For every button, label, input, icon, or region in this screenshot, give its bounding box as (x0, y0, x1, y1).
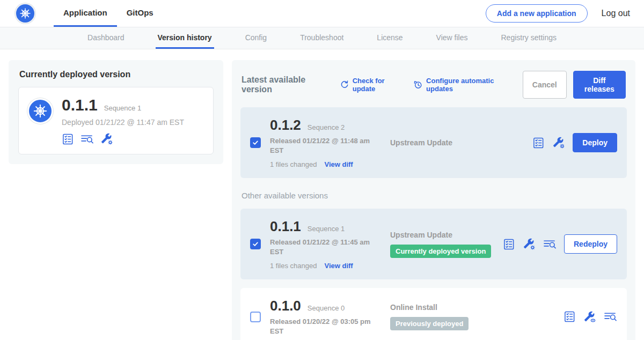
edit-config-icon[interactable] (552, 136, 565, 149)
cancel-button[interactable]: Cancel (523, 71, 567, 99)
subnav-tab-dashboard[interactable]: Dashboard (85, 27, 127, 49)
version-actions: Deploy (532, 133, 617, 152)
diff-controls: Cancel Diff releases (523, 71, 626, 99)
preflight-checks-icon[interactable] (532, 137, 545, 149)
version-number: 0.1.0 (270, 298, 301, 314)
deployed-actions (62, 132, 184, 145)
scheduled-update-icon (413, 80, 423, 90)
tab-gitops-label: GitOps (127, 8, 153, 17)
tab-application-label: Application (63, 8, 107, 17)
currently-deployed-panel: Currently deployed version 0.1.1 Sequenc… (9, 60, 223, 164)
version-source-label: Online Install (390, 303, 557, 312)
subnav-label: Config (245, 33, 267, 42)
version-select-checkbox[interactable] (250, 312, 261, 322)
version-info: 0.1.1 Sequence 1 Released 01/21/22 @ 11:… (270, 218, 380, 270)
version-row: 0.1.1 Sequence 1 Released 01/21/22 @ 11:… (240, 209, 627, 279)
version-source-block: Online Install Previously deployed (390, 303, 557, 330)
deployed-version-card: 0.1.1 Sequence 1 Deployed 01/21/22 @ 11:… (18, 87, 214, 154)
configure-automatic-updates-link[interactable]: Configure automatic updates (413, 77, 512, 93)
version-info: 0.1.0 Sequence 0 Released 01/20/22 @ 03:… (270, 298, 380, 336)
released-timestamp: Released 01/21/22 @ 11:45 am EST (270, 238, 372, 256)
version-row: 0.1.0 Sequence 0 Released 01/20/22 @ 03:… (240, 288, 627, 340)
preflight-checks-icon[interactable] (62, 133, 74, 145)
subnav-tab-troubleshoot[interactable]: Troubleshoot (298, 27, 346, 49)
subnav-tab-view-files[interactable]: View files (434, 27, 470, 49)
view-diff-link[interactable]: View diff (324, 262, 353, 270)
deployed-version-number: 0.1.1 (62, 96, 98, 114)
tab-gitops[interactable]: GitOps (117, 0, 163, 27)
released-timestamp: Released 01/20/22 @ 03:05 pm EST (270, 317, 372, 336)
view-config-icon[interactable] (583, 311, 596, 323)
check-icon (252, 139, 259, 146)
app-section-nav: Dashboard Version history Config Trouble… (0, 27, 644, 49)
version-info: 0.1.2 Sequence 2 Released 01/21/22 @ 11:… (270, 117, 380, 168)
version-source-block: Upstream Update Currently deployed versi… (390, 231, 496, 258)
refresh-icon (340, 80, 349, 90)
files-changed-label: 1 files changed (270, 160, 317, 168)
sequence-label: Sequence 2 (308, 123, 345, 131)
subnav-tab-license[interactable]: License (375, 27, 405, 49)
available-versions-panel: Latest available version Check for updat… (232, 60, 635, 340)
check-for-update-label: Check for update (353, 77, 402, 93)
subnav-tab-version-history[interactable]: Version history (156, 27, 214, 49)
version-select-checkbox[interactable] (250, 137, 261, 148)
logs-icon[interactable] (604, 311, 617, 323)
subnav-label: License (377, 33, 402, 42)
kots-admin-console: Application GitOps Add a new application… (0, 0, 644, 340)
logout-link[interactable]: Log out (602, 9, 630, 18)
files-changed-line: 1 files changed View diff (270, 160, 380, 168)
preflight-checks-icon[interactable] (564, 311, 576, 323)
available-versions-header: Latest available version Check for updat… (241, 71, 626, 99)
application-logo-icon (27, 98, 53, 124)
deployed-sequence-label: Sequence 1 (104, 104, 141, 112)
add-application-button[interactable]: Add a new application (486, 4, 588, 23)
currently-deployed-badge: Currently deployed version (390, 245, 491, 258)
subnav-label: Dashboard (87, 33, 125, 42)
version-actions (564, 311, 617, 323)
deployed-version-info: 0.1.1 Sequence 1 Deployed 01/21/22 @ 11:… (62, 96, 184, 145)
latest-available-title: Latest available version (241, 75, 329, 94)
version-number: 0.1.1 (270, 218, 301, 235)
subnav-label: Version history (158, 33, 212, 42)
files-changed-line: 1 files changed View diff (270, 262, 380, 270)
previously-deployed-badge: Previously deployed (390, 317, 469, 330)
version-actions: Redeploy (503, 234, 617, 254)
version-source-block: Upstream Update (390, 138, 526, 147)
subnav-tab-registry-settings[interactable]: Registry settings (499, 27, 559, 49)
version-select-checkbox[interactable] (250, 239, 261, 249)
subnav-tab-config[interactable]: Config (243, 27, 269, 49)
topnav-right: Add a new application Log out (486, 4, 630, 23)
deployed-timestamp: Deployed 01/21/22 @ 11:47 am EST (62, 118, 184, 127)
edit-config-icon[interactable] (523, 238, 536, 250)
redeploy-button[interactable]: Redeploy (564, 234, 617, 254)
tab-application[interactable]: Application (54, 0, 117, 27)
sequence-label: Sequence 1 (308, 225, 345, 233)
version-number: 0.1.2 (270, 117, 301, 134)
check-icon (252, 240, 259, 248)
configure-automatic-updates-label: Configure automatic updates (426, 77, 512, 93)
logs-icon[interactable] (80, 133, 94, 145)
preflight-checks-icon[interactable] (503, 238, 515, 250)
subnav-label: Registry settings (501, 33, 557, 42)
sequence-label: Sequence 0 (308, 304, 345, 312)
version-history-page: Currently deployed version 0.1.1 Sequenc… (0, 49, 644, 340)
view-diff-link[interactable]: View diff (324, 160, 353, 168)
version-source-label: Upstream Update (390, 231, 496, 239)
edit-config-icon[interactable] (100, 132, 113, 145)
kubernetes-logo-icon (15, 3, 35, 24)
diff-releases-button[interactable]: Diff releases (573, 71, 626, 99)
check-for-update-link[interactable]: Check for update (340, 77, 402, 93)
version-row: 0.1.2 Sequence 2 Released 01/21/22 @ 11:… (240, 107, 627, 178)
deployed-panel-title: Currently deployed version (19, 70, 214, 79)
subnav-label: Troubleshoot (300, 33, 343, 42)
released-timestamp: Released 01/21/22 @ 11:48 am EST (270, 136, 372, 155)
version-source-label: Upstream Update (390, 138, 526, 147)
subnav-label: View files (436, 33, 468, 42)
other-versions-title: Other available versions (241, 191, 626, 200)
logs-icon[interactable] (543, 238, 557, 250)
deploy-button[interactable]: Deploy (573, 133, 617, 152)
files-changed-label: 1 files changed (270, 262, 317, 270)
top-navigation: Application GitOps Add a new application… (0, 0, 644, 27)
app-tabs: Application GitOps (54, 0, 163, 27)
